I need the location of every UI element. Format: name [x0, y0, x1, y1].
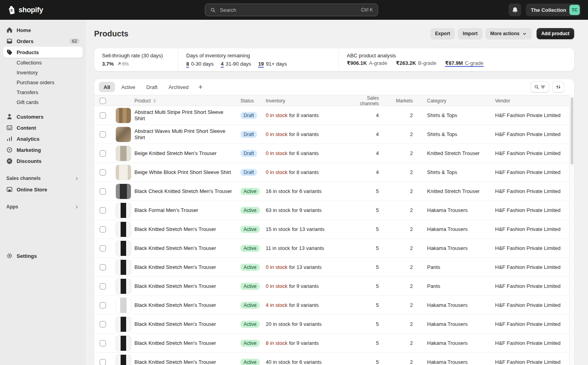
- table-row[interactable]: Black Knitted Stretch Men's Trouser Acti…: [94, 258, 569, 277]
- row-checkbox[interactable]: [100, 264, 106, 270]
- row-checkbox[interactable]: [100, 340, 106, 346]
- inventory-days-91-days[interactable]: 1991+ days: [258, 61, 287, 67]
- sidebar-subitem-transfers[interactable]: Transfers: [3, 87, 83, 97]
- product-title-link[interactable]: Black Knitted Stretch Men's Trouser: [134, 302, 240, 308]
- search-input[interactable]: [219, 7, 358, 13]
- sidebar-item-marketing[interactable]: Marketing: [3, 144, 83, 155]
- inventory-days-links: 80-30 days431-90 days1991+ days: [186, 61, 331, 67]
- row-checkbox[interactable]: [100, 188, 106, 195]
- inventory-days-0-30-days[interactable]: 80-30 days: [186, 61, 214, 67]
- product-title-link[interactable]: Black Knitted Stretch Men's Trouser: [134, 359, 240, 365]
- sort-button[interactable]: [552, 81, 564, 93]
- table-row[interactable]: Black Knitted Stretch Men's Trouser Acti…: [94, 353, 569, 365]
- table-row[interactable]: Abstract Multi Stripe Print Short Sleeve…: [94, 106, 569, 125]
- product-thumbnail: [115, 278, 131, 294]
- sidebar-subitem-collections[interactable]: Collections: [3, 58, 83, 68]
- table-row[interactable]: Black Formal Men's Trouser Active 63 in …: [94, 201, 569, 220]
- inventory-days-31-90-days[interactable]: 431-90 days: [221, 61, 251, 67]
- tab-all[interactable]: All: [99, 82, 115, 92]
- table-header: Product Status Inventory Sales channels …: [94, 95, 574, 106]
- add-product-button[interactable]: Add product: [537, 28, 574, 39]
- account-menu[interactable]: The Collection TC: [526, 4, 581, 16]
- more-actions-button[interactable]: More actions: [486, 28, 532, 39]
- product-title-link[interactable]: Black Knitted Stretch Men's Trouser: [134, 283, 240, 289]
- product-title-link[interactable]: Black Knitted Stretch Men's Trouser: [134, 321, 240, 327]
- table-row[interactable]: Abstract Waves Multi Print Short Sleeve …: [94, 125, 569, 144]
- vendor-cell: H&F Fashion Private Limited: [495, 321, 569, 327]
- product-thumbnail: [115, 127, 131, 142]
- sidebar-item-analytics[interactable]: Analytics: [3, 133, 83, 144]
- table-row[interactable]: Black Knitted Stretch Men's Trouser Acti…: [94, 334, 569, 353]
- table-row[interactable]: Black Knitted Stretch Men's Trouser Acti…: [94, 277, 569, 296]
- table-row[interactable]: Beige Knitted Stretch Men's Trouser Draf…: [94, 144, 569, 163]
- sidebar-item-online-store[interactable]: Online Store: [3, 184, 83, 195]
- sidebar-item-customers[interactable]: Customers: [3, 111, 83, 122]
- sidebar-subitem-gift-cards[interactable]: Gift cards: [3, 97, 83, 107]
- tab-draft[interactable]: Draft: [142, 82, 162, 92]
- row-checkbox[interactable]: [100, 169, 106, 176]
- markets-cell: 2: [384, 302, 418, 308]
- product-title-link[interactable]: Abstract Waves Multi Print Short Sleeve …: [134, 128, 240, 141]
- row-checkbox[interactable]: [100, 226, 106, 233]
- product-title-link[interactable]: Black Knitted Stretch Men's Trouser: [134, 226, 240, 233]
- inventory-cell: 11 in stockfor 13 variants: [266, 245, 350, 251]
- product-title-link[interactable]: Beige White Block Print Short Sleeve Shi…: [134, 169, 240, 176]
- table-row[interactable]: Black Check Knitted Stretch Men's Trouse…: [94, 182, 569, 201]
- scrollbar-thumb[interactable]: [571, 97, 573, 165]
- sidebar-item-settings[interactable]: Settings: [3, 250, 83, 261]
- sidebar-subitem-inventory[interactable]: Inventory: [3, 68, 83, 78]
- product-title-link[interactable]: Black Knitted Stretch Men's Trouser: [134, 245, 240, 252]
- import-button[interactable]: Import: [458, 28, 482, 39]
- add-view-tab-button[interactable]: [195, 82, 206, 92]
- table-row[interactable]: Black Knitted Stretch Men's Trouser Acti…: [94, 315, 569, 334]
- product-title-link[interactable]: Beige Knitted Stretch Men's Trouser: [134, 150, 240, 157]
- table-row[interactable]: Black Knitted Stretch Men's Trouser Acti…: [94, 296, 569, 315]
- row-checkbox[interactable]: [100, 283, 106, 289]
- table-row[interactable]: Black Knitted Stretch Men's Trouser Acti…: [94, 220, 569, 239]
- row-checkbox[interactable]: [100, 321, 106, 327]
- row-checkbox[interactable]: [100, 131, 106, 138]
- product-title-link[interactable]: Black Knitted Stretch Men's Trouser: [134, 340, 240, 346]
- vendor-cell: H&F Fashion Private Limited: [495, 359, 569, 365]
- inventory-cell: 0 in stockfor 8 variants: [266, 169, 350, 175]
- tab-archived[interactable]: Archived: [164, 82, 193, 92]
- shopify-logo[interactable]: shopify: [6, 5, 43, 15]
- category-cell: Hakama Trousers: [418, 321, 495, 327]
- abc-values: ₹906.1KA-grade₹263.2KB-grade₹87.9MC-grad…: [347, 60, 566, 67]
- tab-active[interactable]: Active: [117, 82, 140, 92]
- global-search[interactable]: Ctrl K: [205, 4, 378, 16]
- sidebar-section-apps[interactable]: Apps: [3, 201, 83, 212]
- table-scrollbar[interactable]: [569, 95, 574, 365]
- notifications-button[interactable]: [509, 4, 521, 16]
- row-checkbox[interactable]: [100, 302, 106, 308]
- product-title-link[interactable]: Black Formal Men's Trouser: [134, 207, 240, 214]
- sidebar-item-content[interactable]: Content: [3, 122, 83, 133]
- search-shortcut: Ctrl K: [361, 7, 373, 13]
- sidebar-item-home[interactable]: Home: [3, 25, 83, 36]
- table-row[interactable]: Black Knitted Stretch Men's Trouser Acti…: [94, 239, 569, 258]
- category-cell: Hakama Trousers: [418, 245, 495, 251]
- search-filter-button[interactable]: [530, 81, 549, 93]
- row-checkbox[interactable]: [100, 207, 106, 214]
- home-icon: [6, 27, 13, 33]
- abc-c-grade[interactable]: ₹87.9MC-grade: [445, 60, 483, 67]
- sidebar-item-discounts[interactable]: Discounts: [3, 155, 83, 166]
- export-button[interactable]: Export: [430, 28, 455, 39]
- sidebar-item-products[interactable]: Products: [3, 47, 83, 58]
- row-checkbox[interactable]: [100, 359, 106, 365]
- sidebar-item-orders[interactable]: Orders 62: [3, 36, 83, 47]
- sidebar-section-sales-channels[interactable]: Sales channels: [3, 173, 83, 184]
- product-title-link[interactable]: Black Check Knitted Stretch Men's Trouse…: [134, 188, 240, 195]
- row-checkbox[interactable]: [100, 112, 106, 119]
- vendor-cell: H&F Fashion Private Limited: [495, 340, 569, 346]
- product-title-link[interactable]: Black Knitted Stretch Men's Trouser: [134, 264, 240, 270]
- row-checkbox[interactable]: [100, 150, 106, 157]
- sidebar-subitem-purchase-orders[interactable]: Purchase orders: [3, 78, 83, 87]
- product-title-link[interactable]: Abstract Multi Stripe Print Short Sleeve…: [134, 109, 240, 122]
- table-row[interactable]: Beige White Block Print Short Sleeve Shi…: [94, 163, 569, 182]
- row-checkbox[interactable]: [100, 245, 106, 252]
- select-all-checkbox[interactable]: [100, 98, 106, 104]
- status-badge: Active: [240, 207, 260, 214]
- status-badge: Active: [240, 359, 260, 365]
- column-product[interactable]: Product: [134, 98, 240, 104]
